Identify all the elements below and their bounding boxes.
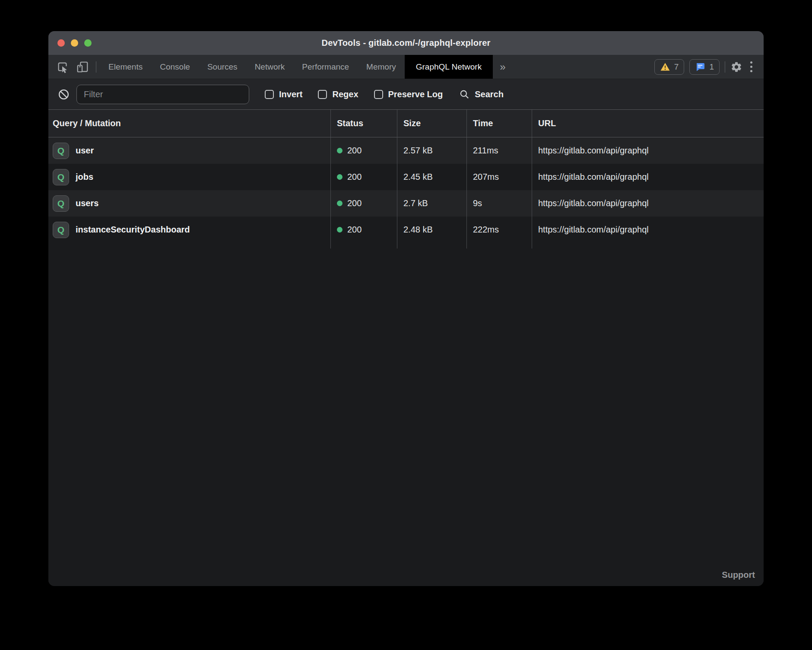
preserve-log-label: Preserve Log [388, 89, 443, 99]
device-toolbar-icon[interactable] [76, 61, 89, 73]
window-titlebar: DevTools - gitlab.com/-/graphql-explorer [48, 31, 764, 55]
invert-label: Invert [279, 89, 302, 99]
response-time: 222ms [466, 217, 532, 243]
column-header-url[interactable]: URL [532, 110, 764, 137]
request-url: https://gitlab.com/api/graphql [532, 190, 764, 217]
devtools-window: DevTools - gitlab.com/-/graphql-explorer [48, 31, 764, 586]
column-header-status[interactable]: Status [330, 110, 397, 137]
messages-badge[interactable]: 1 [689, 59, 720, 75]
request-url: https://gitlab.com/api/graphql [532, 164, 764, 190]
more-options-icon[interactable] [748, 61, 755, 72]
tab-network[interactable]: Network [246, 55, 294, 79]
tab-graphql-network[interactable]: GraphQL Network [405, 55, 493, 79]
response-size: 2.7 kB [397, 190, 466, 217]
tab-console[interactable]: Console [151, 55, 199, 79]
regex-checkbox-group[interactable]: Regex [318, 89, 358, 99]
response-size: 2.45 kB [397, 164, 466, 190]
settings-gear-icon[interactable] [730, 61, 742, 73]
status-code: 200 [347, 198, 362, 208]
warning-triangle-icon [660, 62, 670, 72]
query-name: user [76, 146, 94, 156]
window-title: DevTools - gitlab.com/-/graphql-explorer [321, 38, 490, 48]
filter-input[interactable] [76, 85, 249, 104]
status-code: 200 [347, 172, 362, 182]
request-url: https://gitlab.com/api/graphql [532, 217, 764, 243]
status-code: 200 [347, 146, 362, 156]
search-button[interactable]: Search [459, 89, 504, 100]
support-link[interactable]: Support [722, 570, 755, 580]
query-name: users [76, 198, 98, 208]
tab-sources[interactable]: Sources [199, 55, 246, 79]
panel-empty-area: Support [48, 249, 764, 586]
response-size: 2.57 kB [397, 137, 466, 164]
table-row[interactable]: Q jobs 200 2.45 kB 207ms https://gitlab.… [48, 164, 764, 190]
tab-memory[interactable]: Memory [358, 55, 405, 79]
more-tabs-chevron-icon[interactable]: » [493, 62, 512, 72]
devtools-tabbar: Elements Console Sources Network Perform… [48, 55, 764, 79]
table-row[interactable]: Q users 200 2.7 kB 9s https://gitlab.com… [48, 190, 764, 217]
query-type-badge: Q [53, 143, 69, 159]
preserve-log-checkbox-group[interactable]: Preserve Log [374, 89, 443, 99]
status-code: 200 [347, 225, 362, 235]
status-ok-dot [337, 227, 343, 233]
devtools-tools [48, 55, 96, 79]
column-header-size[interactable]: Size [397, 110, 466, 137]
search-icon [459, 89, 470, 100]
filter-toolbar: Invert Regex Preserve Log Search [48, 79, 764, 109]
panel-tabs: Elements Console Sources Network Perform… [100, 55, 493, 79]
query-type-badge: Q [53, 169, 69, 185]
toolbar-separator [96, 61, 96, 73]
query-type-badge: Q [53, 195, 69, 212]
status-ok-dot [337, 148, 343, 153]
column-header-time[interactable]: Time [466, 110, 532, 137]
status-ok-dot [337, 201, 343, 206]
table-row[interactable]: Q user 200 2.57 kB 211ms https://gitlab.… [48, 137, 764, 164]
response-size: 2.48 kB [397, 217, 466, 243]
tab-performance[interactable]: Performance [293, 55, 358, 79]
inspect-element-icon[interactable] [56, 61, 69, 73]
invert-checkbox[interactable] [265, 90, 274, 99]
response-time: 211ms [466, 137, 532, 164]
query-name: instanceSecurityDashboard [76, 225, 190, 235]
search-label: Search [475, 89, 504, 99]
query-name: jobs [76, 172, 93, 182]
table-row[interactable]: Q instanceSecurityDashboard 200 2.48 kB … [48, 217, 764, 243]
badge-separator [725, 61, 725, 73]
warnings-badge[interactable]: 7 [654, 59, 685, 75]
message-bubble-icon [695, 62, 705, 72]
messages-count: 1 [709, 62, 714, 72]
table-header: Query / Mutation Status Size Time URL [48, 109, 764, 137]
tabbar-right-controls: 7 1 [654, 55, 764, 79]
regex-label: Regex [332, 89, 358, 99]
column-header-query-mutation[interactable]: Query / Mutation [48, 110, 330, 137]
preserve-log-checkbox[interactable] [374, 90, 383, 99]
zoom-window-button[interactable] [84, 39, 92, 47]
close-window-button[interactable] [57, 39, 65, 47]
request-url: https://gitlab.com/api/graphql [532, 137, 764, 164]
column-line-stubs [48, 243, 764, 249]
regex-checkbox[interactable] [318, 90, 327, 99]
response-time: 207ms [466, 164, 532, 190]
query-type-badge: Q [53, 222, 69, 238]
response-time: 9s [466, 190, 532, 217]
minimize-window-button[interactable] [71, 39, 78, 47]
warnings-count: 7 [674, 62, 679, 72]
invert-checkbox-group[interactable]: Invert [265, 89, 302, 99]
table-body: Q user 200 2.57 kB 211ms https://gitlab.… [48, 137, 764, 243]
clear-block-icon[interactable] [58, 89, 70, 100]
status-ok-dot [337, 174, 343, 180]
desktop-background: DevTools - gitlab.com/-/graphql-explorer [0, 0, 812, 650]
traffic-lights [57, 31, 92, 55]
tab-elements[interactable]: Elements [100, 55, 151, 79]
